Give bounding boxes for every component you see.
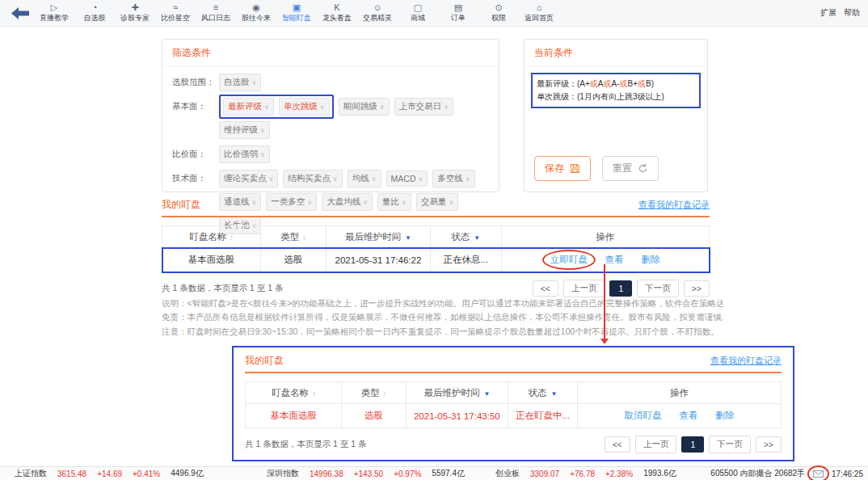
cell-watch-name: 基本面选股: [246, 404, 342, 428]
message-envelope-icon[interactable]: [813, 470, 824, 478]
help-link[interactable]: 帮助: [844, 7, 860, 19]
toolbar-item-my-stocks[interactable]: ◔ 自选股: [74, 0, 115, 26]
watchlist-row[interactable]: 基本面选股 选股 2021-05-31 17:43:50 正在盯盘中... 取消…: [246, 404, 782, 428]
action-view-link[interactable]: 查看: [680, 410, 698, 422]
toolbar-item-permissions[interactable]: ⊙ 权限: [478, 0, 519, 26]
column-header[interactable]: 最后维护时间▼: [406, 382, 508, 404]
toolbar-item-stock-history[interactable]: ◉ 股往今来: [236, 0, 276, 26]
toolbar-item-label: 权限: [491, 13, 506, 23]
index-volume: 1993.6亿: [643, 468, 676, 479]
sort-both-icon[interactable]: ↕: [230, 234, 234, 242]
toolbar-item-price-compare[interactable]: ≈ 比价星空: [155, 0, 196, 26]
back-button[interactable]: [6, 7, 34, 19]
save-button[interactable]: 保存: [534, 156, 591, 181]
first-page-button[interactable]: <<: [605, 436, 630, 453]
filter-option[interactable]: 期间跳级∨: [339, 98, 390, 116]
column-header[interactable]: 状态▼: [508, 382, 577, 404]
next-page-button[interactable]: 下一页: [709, 436, 751, 453]
sort-both-icon[interactable]: ↕: [312, 389, 316, 398]
filter-option[interactable]: 均线∨: [348, 170, 381, 187]
filter-option[interactable]: MACD∨: [386, 171, 428, 187]
last-page-button[interactable]: >>: [756, 436, 782, 453]
watchlist-row[interactable]: 基本面选股 选股 2021-05-31 17:46:22 正在休息... 立即盯…: [162, 248, 710, 272]
watchlist-table: 盯盘名称↕类型↕最后维护时间▼状态▼操作 基本面选股 选股 2021-05-31…: [162, 225, 710, 272]
next-page-button[interactable]: 下一页: [637, 280, 679, 297]
toolbar-item-leader-watch[interactable]: K 龙头看盘: [317, 0, 357, 26]
toolbar-item-label: 龙头看盘: [322, 13, 352, 23]
journal-icon: ≡: [213, 2, 218, 12]
filter-option[interactable]: 上市交易日∨: [394, 98, 453, 116]
pie-icon: ◔: [92, 2, 98, 12]
expand-link[interactable]: 扩展: [820, 7, 836, 19]
column-header[interactable]: 状态▼: [430, 226, 501, 248]
action-delete-link[interactable]: 删除: [642, 254, 660, 266]
sort-both-icon[interactable]: ↕: [383, 389, 387, 398]
watchlist-title: 我的盯盘: [245, 354, 284, 368]
current-conditions-title: 当前条件: [525, 40, 707, 66]
current-page-button[interactable]: 1: [609, 280, 632, 297]
filter-option[interactable]: 维持评级∨: [219, 121, 270, 139]
current-conditions-panel: 当前条件 最新评级： (A+或A或A-或B+或B) 单次跳级： (1月内有向上跳…: [524, 39, 708, 192]
index-group-3: 创业板 3309.07 +76.78 +2.38% 1993.6亿: [495, 467, 676, 480]
chevron-down-icon: ∨: [372, 175, 377, 183]
chevron-down-icon: ∨: [269, 175, 274, 183]
cell-actions: 取消盯盘查看删除: [578, 404, 782, 428]
action-primary-link[interactable]: 立即盯盘: [550, 254, 588, 266]
column-header[interactable]: 盯盘名称↕: [246, 382, 342, 404]
prev-page-button[interactable]: 上一页: [635, 436, 677, 453]
toolbar-item-label: 风口日志: [201, 13, 230, 23]
sort-desc-icon[interactable]: ▼: [483, 390, 490, 398]
toolbar-items: ▷ 直播教学 ◔ 自选股 ✚ 诊股专家 ≈ 比价星空 ≡ 风口日志 ◉ 股往今来…: [34, 0, 559, 26]
index-change: +76.78: [570, 469, 595, 478]
filter-option[interactable]: 比价强弱∨: [219, 145, 270, 163]
action-view-link[interactable]: 查看: [605, 254, 624, 266]
chevron-down-icon: ∨: [333, 175, 338, 183]
sort-desc-icon[interactable]: ▼: [405, 234, 411, 242]
toolbar-item-mall[interactable]: ▢ 商城: [398, 0, 438, 26]
first-page-button[interactable]: <<: [533, 280, 558, 297]
filter-option[interactable]: 自选股∨: [219, 74, 261, 91]
clock-time: 17:46:25: [832, 469, 863, 478]
filter-row: 比价面： 比价强弱∨: [172, 145, 491, 163]
view-watch-records-link[interactable]: 查看我的盯盘记录: [710, 355, 782, 367]
toolbar-item-home[interactable]: ⌂ 返回首页: [519, 0, 559, 26]
filter-row-label: 比价面：: [172, 145, 219, 160]
current-conditions-box: 最新评级： (A+或A或A-或B+或B) 单次跳级： (1月内有向上跳3级以上): [531, 73, 701, 108]
action-primary-link[interactable]: 取消盯盘: [625, 410, 662, 422]
toolbar-item-orders[interactable]: ▤ 订单: [438, 0, 478, 26]
column-header[interactable]: 类型↕: [260, 226, 326, 248]
toolbar-item-stock-doctor[interactable]: ✚ 诊股专家: [115, 0, 155, 26]
sort-both-icon[interactable]: ↕: [302, 234, 306, 242]
column-header[interactable]: 盯盘名称↕: [162, 226, 261, 248]
toolbar-item-live-class[interactable]: ▷ 直播教学: [34, 0, 74, 26]
filter-option[interactable]: 最新评级∨: [223, 98, 274, 116]
prev-page-button[interactable]: 上一页: [563, 280, 605, 297]
filter-option[interactable]: 单次跳级∨: [279, 98, 330, 116]
toolbar-item-smart-watch[interactable]: ▣ 智能盯盘: [276, 0, 317, 26]
column-header[interactable]: 操作: [501, 226, 709, 248]
chevron-down-icon: ∨: [320, 103, 325, 111]
sort-desc-icon[interactable]: ▼: [550, 390, 557, 398]
column-header[interactable]: 类型↕: [342, 382, 407, 404]
main-content: 筛选条件 选股范围： 自选股∨ 基本面： 最新评级∨单次跳级∨期间跳级∨上市交易…: [0, 27, 868, 466]
current-page-button[interactable]: 1: [681, 436, 704, 453]
filter-option[interactable]: 缠论买卖点∨: [219, 170, 278, 187]
column-header[interactable]: 最后维护时间▼: [327, 226, 431, 248]
toolbar-item-trade-wizard[interactable]: ☺ 交易精灵: [357, 0, 398, 26]
index-volume: 4496.9亿: [171, 468, 204, 479]
index-pct: +0.97%: [394, 469, 421, 478]
cell-last-maintain-time: 2021-05-31 17:46:22: [327, 248, 431, 272]
filter-option[interactable]: 结构买卖点∨: [283, 170, 342, 187]
watchlist-table: 盯盘名称↕类型↕最后维护时间▼状态▼操作 基本面选股 选股 2021-05-31…: [245, 381, 782, 428]
action-delete-link[interactable]: 删除: [716, 410, 735, 422]
sort-desc-icon[interactable]: ▼: [474, 234, 480, 242]
view-watch-records-link[interactable]: 查看我的盯盘记录: [638, 199, 710, 211]
column-header[interactable]: 操作: [578, 382, 782, 404]
reset-button[interactable]: 重置: [602, 156, 659, 181]
toolbar-item-news-journal[interactable]: ≡ 风口日志: [196, 0, 236, 26]
chevron-down-icon: ∨: [252, 79, 257, 86]
filter-option[interactable]: 多空线∨: [432, 170, 474, 187]
filter-row: 基本面： 最新评级∨单次跳级∨期间跳级∨上市交易日∨维持评级∨: [172, 98, 491, 139]
last-page-button[interactable]: >>: [684, 280, 710, 297]
toolbar-item-label: 智能盯盘: [282, 13, 311, 23]
